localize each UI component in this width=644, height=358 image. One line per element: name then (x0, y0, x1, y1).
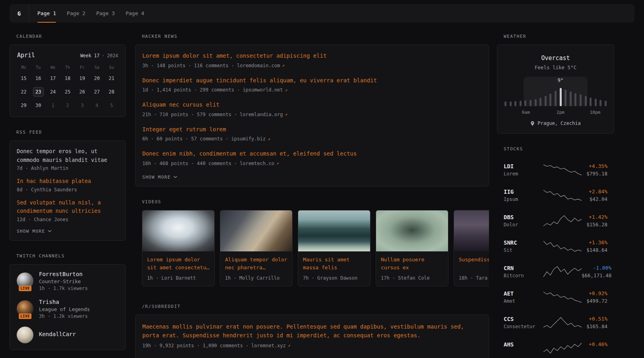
stock-row[interactable]: AHS +0.46% (504, 335, 607, 358)
tab-page-4[interactable]: Page 4 (126, 4, 144, 23)
stock-name: Amet (504, 298, 543, 304)
calendar-day[interactable]: 23 (33, 87, 44, 97)
calendar-day[interactable]: 19 (77, 74, 87, 83)
video-thumbnail[interactable] (376, 210, 448, 251)
video-title[interactable]: Aliquam tempor dolor nec pharetra… (225, 256, 287, 272)
video-title[interactable]: Suspendisse diam (459, 256, 489, 272)
weather-bar (574, 93, 576, 106)
hn-story-meta: 3h · 148 points · 116 comments · loremdo… (142, 63, 482, 68)
app-logo[interactable]: G (10, 4, 29, 23)
video-thumbnail[interactable] (298, 210, 370, 251)
video-card[interactable]: Suspendisse diam 18h · Tara (454, 210, 489, 286)
hn-story-title[interactable]: Aliquam nec cursus elit (142, 101, 482, 109)
hn-story-domain-link[interactable]: loremdomain.com ↗ (237, 63, 285, 68)
video-card[interactable]: Mauris sit amet massa felis 7h · Grayson… (298, 210, 370, 286)
video-title[interactable]: Mauris sit amet massa felis (303, 256, 365, 272)
calendar-day[interactable]: 26 (77, 87, 87, 97)
stock-change: +0.92% (582, 290, 607, 296)
twitch-channel[interactable]: KendallCarr (17, 327, 118, 343)
stock-row[interactable]: CRN Bitcorn -1.00% $66,171.48 (504, 259, 607, 284)
calendar-day[interactable]: 18 (62, 74, 73, 83)
calendar-day[interactable]: 17 (48, 74, 58, 83)
calendar-day[interactable]: 24 (48, 87, 58, 97)
hn-story-domain-link[interactable]: loremlandia.org ↗ (240, 112, 287, 117)
weather-bar (560, 88, 562, 106)
channel-name[interactable]: KendallCarr (39, 331, 76, 337)
hn-story-domain-link[interactable]: loremtech.co ↗ (240, 161, 279, 166)
rss-show-more-button[interactable]: SHOW MORE (17, 229, 52, 234)
rss-item-title[interactable]: In hac habitasse platea (17, 177, 118, 186)
stock-row[interactable]: LDI Lorem +4.35% $795.18 (504, 157, 607, 183)
stock-values: -1.00% $66,171.48 (582, 265, 611, 278)
video-card[interactable]: Nullam posuere cursus ex 17h · Stefan Co… (376, 210, 448, 286)
hn-story-domain-link[interactable]: ipsumify.biz ↗ (231, 136, 270, 142)
tab-page-2[interactable]: Page 2 (67, 4, 85, 23)
calendar-day[interactable]: 15 (18, 74, 29, 83)
tab-page-1[interactable]: Page 1 (37, 4, 56, 23)
show-more-label: SHOW MORE (17, 229, 45, 234)
rss-item-title[interactable]: Donec tempor eros leo, ut commodo mauris… (17, 147, 118, 164)
weather-time-label: 6am (522, 110, 530, 115)
calendar-day[interactable]: 16 (33, 74, 44, 83)
video-thumbnail[interactable] (220, 210, 292, 251)
stock-identity: LDI Lorem (504, 163, 543, 177)
hn-show-more-button[interactable]: SHOW MORE (142, 175, 177, 180)
video-card[interactable]: Aliquam tempor dolor nec pharetra… 1h · … (220, 210, 293, 286)
stock-row[interactable]: IIG Ipsum +2.84% $42.04 (504, 183, 607, 208)
separator-dot: · (234, 112, 237, 117)
hn-story-meta: 1d · 1,414 points · 299 comments · ipsum… (142, 87, 482, 93)
calendar-day[interactable]: 1 (48, 101, 58, 110)
calendar-day[interactable]: 2 (62, 101, 73, 110)
calendar-day[interactable]: 30 (33, 101, 44, 110)
calendar-day[interactable]: 21 (106, 74, 117, 83)
calendar-day[interactable]: 5 (106, 101, 117, 110)
stock-row[interactable]: SNRC Sit +1.36% $148.64 (504, 233, 607, 259)
stock-values: +1.36% $148.64 (582, 239, 607, 253)
stock-row[interactable]: DBS Dolor +1.42% $156.28 (504, 208, 607, 233)
hn-story-title[interactable]: Integer eget rutrum lorem (142, 126, 482, 134)
twitch-widget-title: TWITCH CHANNELS (16, 253, 126, 259)
calendar-day[interactable]: 3 (77, 101, 87, 110)
stock-change: +0.51% (582, 316, 607, 322)
tab-page-3[interactable]: Page 3 (96, 4, 115, 23)
twitch-channel[interactable]: LIVE Trisha League of Legends 3h · 1.2k … (17, 299, 118, 319)
stock-row[interactable]: AET Amet +0.92% $499.72 (504, 284, 607, 310)
video-title[interactable]: Lorem ipsum dolor sit amet consectetu… (147, 256, 209, 272)
weather-time-label: 10pm (590, 110, 601, 115)
calendar-day[interactable]: 25 (62, 87, 73, 97)
video-info: Suspendisse diam 18h · Tara (454, 251, 489, 286)
calendar-day[interactable]: 22 (18, 87, 29, 97)
reddit-post-title[interactable]: Maecenas mollis pulvinar erat non posuer… (142, 322, 482, 340)
video-thumbnail[interactable] (142, 210, 214, 251)
calendar-day[interactable]: 20 (91, 74, 102, 83)
calendar-week-info: Week 17 · 2024 (80, 53, 118, 58)
hn-story-domain-link[interactable]: ipsumworld.net ↗ (242, 87, 287, 93)
reddit-post-domain-link[interactable]: loremnet.xyz ↗ (251, 343, 290, 348)
weather-bar (539, 98, 541, 106)
stock-identity: CRN Bitcorn (504, 265, 543, 278)
twitch-channel[interactable]: LIVE ForrestBurton Counter-Strike 1h · 1… (17, 271, 118, 291)
video-card[interactable]: Lorem ipsum dolor sit amet consectetu… 1… (142, 210, 215, 286)
stock-sparkline (543, 189, 582, 202)
page-tabs: Page 1 Page 2 Page 3 Page 4 (29, 4, 153, 23)
calendar-day[interactable]: 4 (91, 101, 102, 110)
stock-identity: CCS Consectetur (504, 316, 543, 329)
hn-story-title[interactable]: Donec enim nibh, condimentum et accumsan… (142, 150, 482, 158)
stock-row[interactable]: CCS Consectetur +0.51% $165.84 (504, 310, 607, 335)
stock-price: $156.28 (582, 222, 607, 228)
calendar-day[interactable]: 29 (18, 101, 29, 110)
hn-story-title[interactable]: Donec imperdiet augue tincidunt felis al… (142, 77, 482, 85)
hackernews-widget: HACKER NEWS Lorem ipsum dolor sit amet, … (135, 34, 489, 187)
video-thumbnail[interactable] (454, 210, 489, 251)
calendar-day[interactable]: 27 (91, 87, 102, 97)
stock-name: Lorem (504, 171, 543, 177)
stocks-list: LDI Lorem +4.35% $795.18 IIG Ipsum (497, 157, 614, 358)
stock-identity: AET Amet (504, 290, 543, 304)
hn-story-title[interactable]: Lorem ipsum dolor sit amet, consectetur … (142, 52, 482, 60)
channel-name[interactable]: Trisha (39, 299, 90, 305)
channel-name[interactable]: ForrestBurton (39, 271, 88, 277)
calendar-day[interactable]: 28 (106, 87, 117, 97)
sparkline-svg (543, 163, 582, 176)
rss-item-title[interactable]: Sed volutpat nulla nisl, a condimentum n… (17, 198, 118, 216)
video-title[interactable]: Nullam posuere cursus ex (381, 256, 443, 272)
